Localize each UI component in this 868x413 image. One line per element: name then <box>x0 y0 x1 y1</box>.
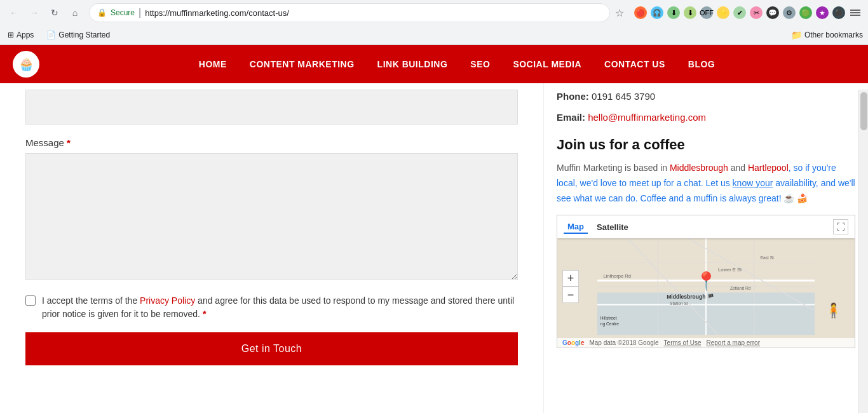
map-pin: 📍 <box>695 271 717 292</box>
message-label: Message * <box>25 137 518 148</box>
map-terms-link[interactable]: Terms of Use <box>664 339 702 346</box>
main-nav: 🧁 HOME CONTENT MARKETING LINK BUILDING S… <box>0 45 868 83</box>
map-toolbar: Map Satellite ⛶ <box>557 215 855 238</box>
menu-button[interactable] <box>850 6 863 19</box>
svg-text:Middlesbrough 🏴: Middlesbrough 🏴 <box>667 294 714 301</box>
form-area: Message * I accept the terms of the Priv… <box>0 83 543 413</box>
lock-icon: 🔒 <box>97 8 107 17</box>
phone-value: 0191 645 3790 <box>592 91 655 102</box>
svg-text:Hillstreet: Hillstreet <box>600 316 617 321</box>
ext-icon-5[interactable]: ⭐ <box>717 6 729 19</box>
map-data-text: Map data ©2018 Google <box>589 339 658 346</box>
ext-icon-check[interactable]: ✔ <box>733 6 746 19</box>
bookmark-apps[interactable]: ⊞ Apps <box>5 29 36 41</box>
map-zoom-out[interactable]: − <box>562 287 579 303</box>
map-zoom-in[interactable]: + <box>562 270 579 287</box>
ext-icon-2[interactable]: 🎧 <box>651 6 663 19</box>
svg-text:Station St: Station St <box>670 301 688 306</box>
url-text: https://muffinmarketing.com/contact-us/ <box>145 8 289 18</box>
extension-icons: 🔴 🎧 ⬇ ⬇ OFF ⭐ ✔ ✂ 💬 ⚙ 🟢 ★ ⚫ <box>634 6 845 19</box>
ext-icon-3[interactable]: ⬇ <box>667 6 680 19</box>
map-expand-button[interactable]: ⛶ <box>833 219 848 234</box>
ext-icon-8[interactable]: 🟢 <box>799 6 812 19</box>
map-container: Map Satellite ⛶ <box>557 215 855 348</box>
submit-button[interactable]: Get in Touch <box>25 332 518 365</box>
nav-links: HOME CONTENT MARKETING LINK BUILDING SEO… <box>58 59 855 69</box>
svg-text:Lower E St: Lower E St <box>718 267 742 273</box>
browser-chrome: ← → ↻ ⌂ 🔒 Secure | https://muffinmarketi… <box>0 0 868 45</box>
map-zoom-controls: + − <box>562 270 579 303</box>
page-content: 🧁 HOME CONTENT MARKETING LINK BUILDING S… <box>0 45 868 413</box>
nav-blog[interactable]: BLOG <box>677 59 726 69</box>
map-report-link[interactable]: Report a map error <box>706 339 759 346</box>
nav-social-media[interactable]: SOCIAL MEDIA <box>501 59 593 69</box>
other-bookmarks-label: Other bookmarks <box>804 30 863 39</box>
site-logo[interactable]: 🧁 <box>13 51 39 78</box>
ext-icon-msg[interactable]: 💬 <box>766 6 779 19</box>
svg-text:Zetland Rd: Zetland Rd <box>730 286 751 290</box>
ext-icon-4[interactable]: ⬇ <box>684 6 696 19</box>
apps-label: Apps <box>17 30 34 39</box>
logo-icon: 🧁 <box>13 51 39 78</box>
browser-toolbar: ← → ↻ ⌂ 🔒 Secure | https://muffinmarketi… <box>0 0 868 25</box>
terms-row: I accept the terms of the Privacy Policy… <box>25 294 518 321</box>
email-link[interactable]: hello@muffinmarketing.com <box>588 112 706 123</box>
bookmark-getting-started[interactable]: 📄 Getting Started <box>44 29 112 41</box>
nav-content-marketing[interactable]: CONTENT MARKETING <box>238 59 366 69</box>
contact-info: Phone: 0191 645 3790 Email: hello@muffin… <box>557 90 855 124</box>
phone-label: Phone: <box>557 91 589 102</box>
svg-text:East St: East St <box>761 256 775 261</box>
nav-buttons: ← → ↻ ⌂ <box>5 4 84 22</box>
coffee-heading: Join us for a coffee <box>557 137 855 153</box>
ext-icon-9[interactable]: ★ <box>816 6 829 19</box>
hartlepool-link[interactable]: Hartlepool <box>748 163 789 173</box>
terms-required-star: * <box>203 309 206 319</box>
getting-started-icon: 📄 <box>46 30 56 39</box>
know-link[interactable]: know your <box>733 178 773 188</box>
message-textarea[interactable] <box>25 153 518 280</box>
forward-button[interactable]: → <box>25 4 43 22</box>
scrollbar-thumb[interactable] <box>860 92 867 130</box>
apps-grid-icon: ⊞ <box>8 30 14 39</box>
bookmark-star[interactable]: ☆ <box>615 7 624 19</box>
ext-icon-7[interactable]: ⚙ <box>783 6 796 19</box>
ext-icon-10[interactable]: ⚫ <box>832 6 845 19</box>
getting-started-label: Getting Started <box>58 30 110 39</box>
google-logo: Google <box>562 339 584 346</box>
nav-home[interactable]: HOME <box>187 59 238 69</box>
email-line: Email: hello@muffinmarketing.com <box>557 111 855 124</box>
map-tab-satellite[interactable]: Satellite <box>593 221 632 233</box>
main-container: Message * I accept the terms of the Priv… <box>0 83 868 413</box>
back-button[interactable]: ← <box>5 4 23 22</box>
privacy-policy-link[interactable]: Privacy Policy <box>140 295 195 306</box>
bookmarks-bar: ⊞ Apps 📄 Getting Started 📁 Other bookmar… <box>0 25 868 44</box>
terms-checkbox[interactable] <box>25 295 36 306</box>
phone-line: Phone: 0191 645 3790 <box>557 90 855 103</box>
message-required-star: * <box>67 137 71 148</box>
nav-contact-us[interactable]: CONTACT US <box>593 59 677 69</box>
coffee-text: Muffin Marketing is based in Middlesbrou… <box>557 161 855 206</box>
ext-icon-6[interactable]: ✂ <box>750 6 763 19</box>
ext-icon-off[interactable]: OFF <box>700 6 713 19</box>
scrollbar[interactable] <box>858 90 868 413</box>
svg-text:ng Centre: ng Centre <box>600 322 619 327</box>
address-bar[interactable]: 🔒 Secure | https://muffinmarketing.com/c… <box>89 3 610 22</box>
folder-icon: 📁 <box>791 30 802 40</box>
url-separator: | <box>139 7 141 18</box>
sidebar: Phone: 0191 645 3790 Email: hello@muffin… <box>543 83 868 413</box>
email-label: Email: <box>557 112 585 123</box>
street-view-icon[interactable]: 🧍 <box>825 302 842 319</box>
map-tab-map[interactable]: Map <box>564 220 588 234</box>
nav-link-building[interactable]: LINK BUILDING <box>366 59 459 69</box>
home-button[interactable]: ⌂ <box>66 4 84 22</box>
partial-input-field[interactable] <box>25 90 518 125</box>
reload-button[interactable]: ↻ <box>46 4 64 22</box>
middlesbrough-link[interactable]: Middlesbrough <box>670 163 728 173</box>
svg-text:Linthorpe Rd: Linthorpe Rd <box>604 273 631 279</box>
other-bookmarks[interactable]: 📁 Other bookmarks <box>791 30 863 40</box>
terms-text: I accept the terms of the Privacy Policy… <box>42 294 518 321</box>
secure-label: Secure <box>111 8 135 17</box>
nav-seo[interactable]: SEO <box>459 59 501 69</box>
ext-icon-1[interactable]: 🔴 <box>634 6 647 19</box>
map-footer: Google Map data ©2018 Google Terms of Us… <box>557 338 855 348</box>
